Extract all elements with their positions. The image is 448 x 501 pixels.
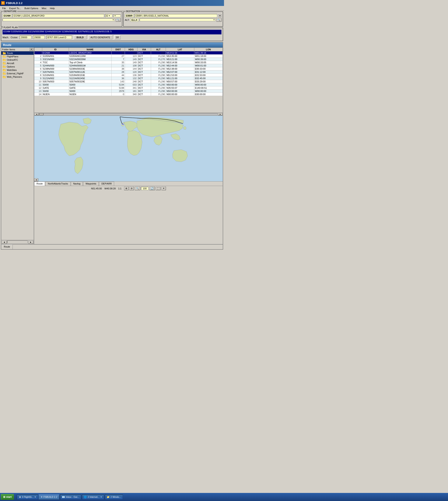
table-scroll[interactable]: ID NAME DIST HDG VIA ALT LAT LON — [34, 48, 223, 113]
table-cell: 5057N/00329E — [69, 80, 111, 83]
sidebar-item-websites[interactable]: WebSites — [1, 68, 34, 72]
tab-deparr[interactable]: DEP/ARR — [99, 182, 114, 186]
col-lon-header: LON — [194, 48, 223, 51]
table-cell: 9 — [34, 77, 42, 80]
table-cell: 341 — [125, 86, 137, 90]
sr-button[interactable]: SR — [114, 35, 121, 39]
table-row[interactable]: 1350/0050/002978181DCTFL290N50:00:00W00:… — [34, 90, 223, 93]
cruise-input1[interactable]: 29000 — [20, 36, 32, 39]
build-button[interactable]: BUILD — [74, 35, 87, 39]
destination-search-button[interactable]: 🔍 — [216, 18, 222, 22]
sidebar-close-button[interactable]: ✕ — [30, 48, 33, 51]
table-row[interactable]: 55244N/0005244N/00001W21108DCTFL290N52:4… — [34, 64, 223, 67]
sidebar-item-route[interactable]: Route — [1, 51, 34, 55]
tab-route[interactable]: Route — [34, 182, 45, 186]
flightplan-text[interactable]: EGNM 5335N/00118W 5321N/00039W 5244N/000… — [2, 30, 222, 34]
table-cell: 10 — [34, 80, 42, 83]
table-row[interactable]: 105057N/0035057N/00329E143248DCTFL290N50… — [34, 80, 223, 83]
table-row[interactable]: 14NIJENNIJEN0340DCTFL290N00:00:00E00:00:… — [34, 93, 223, 96]
departure-combo[interactable]: ▼ — [2, 18, 115, 21]
table-cell: E00:00:00 — [194, 93, 223, 96]
table-cell: FL290 — [151, 67, 166, 70]
sidebar-scroll-right[interactable]: ► — [28, 240, 33, 244]
destination-code[interactable]: EBBR — [125, 14, 134, 17]
map-area[interactable]: ◄ — [34, 116, 223, 181]
folder-icon-aircraft — [2, 62, 6, 65]
destination-combo[interactable]: ▼ — [140, 18, 216, 21]
sidebar-item-onlineatc[interactable]: OnlineATC — [1, 58, 34, 62]
table-cell: LEEDS_BRADFORD — [69, 51, 111, 54]
cruise-input2[interactable]: 29000 — [33, 36, 45, 39]
tab-navlog[interactable]: Navlog — [71, 182, 83, 186]
zoom-in-button[interactable]: ⊕ — [124, 187, 128, 190]
zoom-out-button[interactable]: ⊖ — [129, 187, 134, 190]
sidebar-scroll-left[interactable]: ◄ — [2, 240, 7, 244]
table-cell: 682 — [151, 51, 166, 54]
departure-search-button[interactable]: 🔍 — [116, 18, 121, 22]
svg-rect-1 — [3, 52, 4, 53]
table-cell: W01:39:16 — [194, 51, 223, 54]
col-lat-header: LAT — [166, 48, 194, 51]
table-row[interactable]: 12GATEGATE5198341DCTFL290N35:55:07E140:0… — [34, 86, 223, 90]
table-cell: 136 — [125, 74, 137, 77]
table-cell: DCT — [137, 80, 151, 83]
table-row[interactable]: 85153N/0015153N/00153E44136DCTFL290N51:5… — [34, 74, 223, 77]
table-row[interactable]: 25335N/0015335N/00118W27123DCTFL150N53:3… — [34, 54, 223, 58]
table-cell: N00:00:00 — [166, 93, 194, 96]
table-cell: 50/00 — [69, 90, 111, 93]
departure-code[interactable]: EGNM — [2, 14, 12, 17]
table-row[interactable]: 75207N/0015207N/00112E28120DCTFL290N52:0… — [34, 70, 223, 74]
table-cell: W00:00:00 — [194, 83, 223, 86]
table-row[interactable]: 1150/0050/005194033DCTFL290N50:00:00W00:… — [34, 83, 223, 86]
table-cell: NIJEN — [42, 93, 69, 96]
table-cell: FL290 — [151, 90, 166, 93]
table-cell: 5153N/00153E — [69, 74, 111, 77]
destination-row2: ALT: ELLX ▼ 🔍 — [125, 18, 222, 22]
table-cell: 4 — [34, 61, 42, 64]
departure-runway[interactable]: 32▼ — [105, 14, 112, 17]
bottom-route-tab[interactable]: Route — [1, 245, 13, 249]
scroll-thumb[interactable] — [39, 113, 44, 115]
table-row[interactable]: 95121N/0025121N/00245E36132DCTFL290N51:2… — [34, 77, 223, 80]
menu-help[interactable]: Help — [48, 7, 56, 10]
departure-dropdown2[interactable]: ▼ — [113, 15, 121, 17]
main-content: DEPARTURE EGNM EGNM | LEEDS_BRADFORD 32▼… — [0, 11, 224, 250]
bottom-tabs: Route NorthAtlanticTracks Navlog Waypoin… — [34, 181, 223, 186]
alt-code[interactable]: ELLX — [130, 18, 139, 22]
table-cell: 28 — [111, 70, 125, 74]
tab-waypoints[interactable]: Waypoints — [83, 182, 99, 186]
aircraft-input[interactable]: B767-300 Level-D — [47, 36, 72, 39]
sidebar-item-external[interactable]: External_FlightF — [1, 72, 34, 75]
map-scroll-left[interactable]: ◄ — [34, 178, 38, 181]
sidebar-scroll-track[interactable] — [7, 240, 28, 244]
scroll-track[interactable] — [39, 113, 218, 115]
dep-dest-row: DEPARTURE EGNM EGNM | LEEDS_BRADFORD 32▼… — [1, 12, 223, 27]
table-cell: DCT — [137, 77, 151, 80]
menu-misc[interactable]: Misc — [41, 7, 48, 10]
menu-build-options[interactable]: Build Options — [23, 7, 39, 10]
menu-file[interactable]: File — [1, 7, 7, 10]
zoom-fit-button[interactable]: ⛶ — [156, 187, 160, 190]
table-row[interactable]: 4TOCTop of Climb35149DCTFL290N53:14:56W0… — [34, 61, 223, 64]
scroll-right-button[interactable]: ► — [218, 113, 222, 116]
zoom-search-button[interactable]: 🔍 — [135, 187, 140, 190]
table-row[interactable]: 65238N/0005238N/00033E38144DCTFL290N52:3… — [34, 67, 223, 70]
zoom-refresh-button[interactable]: 🔄 — [149, 187, 155, 190]
sidebar-item-aircraft[interactable]: Aircraft — [1, 62, 34, 65]
table-cell: 5121N/002 — [42, 77, 69, 80]
auto-generate-button[interactable]: AUTO GENERATE — [88, 35, 112, 39]
destination-name[interactable]: EBBR | BRUSSELS_NATIONAL — [134, 14, 217, 17]
table-cell: N53:35:00 — [166, 54, 194, 58]
table-row[interactable]: 35321N/0005321N/00039W7149DCTFL270N53:21… — [34, 58, 223, 61]
departure-name[interactable]: EGNM | LEEDS_BRADFORD — [13, 14, 104, 17]
destination-panel: DESTINATION EBBR EBBR | BRUSSELS_NATIONA… — [123, 12, 223, 27]
menu-export[interactable]: Export To... — [8, 7, 22, 10]
sidebar-item-flightplans[interactable]: FlightPlans — [1, 55, 34, 58]
table-row[interactable]: 1EGNMLEEDS_BRADFORD20145DCT682N53:51:54W… — [34, 51, 223, 54]
sidebar-item-options[interactable]: Options — [1, 65, 34, 68]
zoom-close-button[interactable]: ✕ — [161, 187, 166, 190]
tab-natracks[interactable]: NorthAtlanticTracks — [45, 182, 70, 186]
scroll-left-button[interactable]: ◄ — [34, 113, 39, 116]
sidebar-item-webplanners[interactable]: Web_Planners — [1, 75, 34, 79]
main-panel: ID NAME DIST HDG VIA ALT LAT LON — [34, 48, 223, 244]
